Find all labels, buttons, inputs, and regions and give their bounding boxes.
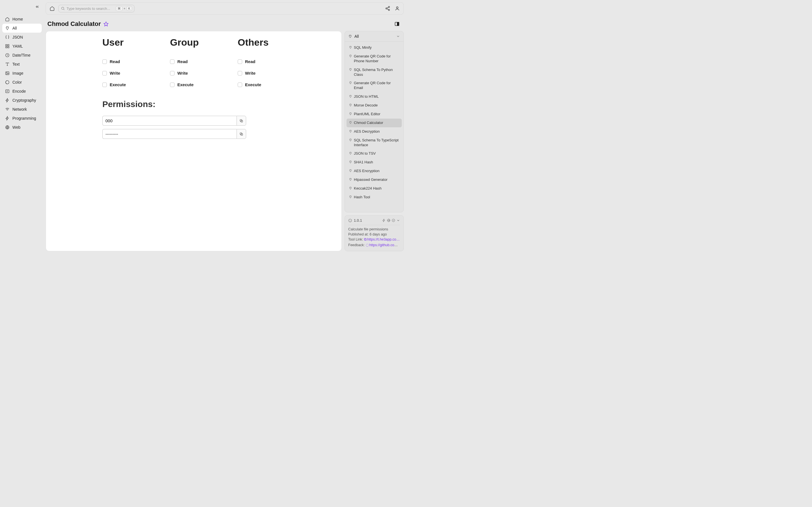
others-write-checkbox[interactable]: Write — [238, 71, 289, 75]
group-write-checkbox[interactable]: Write — [170, 71, 221, 75]
home-button[interactable] — [49, 5, 56, 12]
plug-icon — [349, 138, 352, 142]
svg-point-24 — [392, 219, 395, 222]
sidebar-item-text[interactable]: Text — [2, 60, 42, 69]
tool-item-label: Htpasswd Generator — [354, 177, 388, 182]
tool-item-label: JSON to TSV — [354, 151, 376, 156]
chevron-down-icon[interactable] — [396, 219, 400, 222]
copy-octal-button[interactable] — [237, 116, 246, 126]
bolt-icon — [5, 98, 10, 103]
tool-item-label: SQL Minify — [354, 45, 371, 50]
sidebar-item-label: Home — [12, 17, 23, 21]
topbar: ⌘ + K — [46, 2, 404, 15]
svg-rect-8 — [6, 90, 9, 93]
user-button[interactable] — [394, 5, 401, 12]
sidebar-item-color[interactable]: Color — [2, 78, 42, 87]
checkbox-icon — [238, 82, 242, 87]
octal-output[interactable] — [102, 116, 237, 126]
sidebar-item-json[interactable]: JSON — [2, 33, 42, 42]
tool-card: User Read Write Execute Group Read Write… — [46, 31, 342, 251]
sidebar-item-label: All — [12, 26, 17, 31]
link-icon: ◌ — [366, 243, 369, 247]
tool-item-label: SHA1 Hash — [354, 160, 373, 165]
favorite-button[interactable] — [103, 21, 109, 26]
sidebar-item-yaml[interactable]: YAML — [2, 42, 42, 51]
tool-item-label: PlantUML Editor — [354, 112, 380, 117]
plug-icon — [348, 34, 352, 38]
user-write-checkbox[interactable]: Write — [102, 71, 153, 75]
category-selector[interactable]: All — [345, 31, 403, 42]
feedback-link[interactable]: https://github.com/… — [369, 243, 400, 247]
tool-list-item[interactable]: JSON to HTML — [347, 93, 402, 101]
others-execute-checkbox[interactable]: Execute — [238, 82, 289, 87]
search-box[interactable]: ⌘ + K — [58, 5, 135, 12]
tool-list-item[interactable]: Generate QR Code for Phone Number — [347, 52, 402, 66]
svg-point-14 — [396, 7, 398, 8]
search-shortcut: ⌘ + K — [116, 6, 132, 11]
copy-symbolic-button[interactable] — [237, 129, 246, 139]
user-execute-checkbox[interactable]: Execute — [102, 82, 153, 87]
others-read-checkbox[interactable]: Read — [238, 59, 289, 64]
tool-list-item[interactable]: PlantUML Editor — [347, 110, 402, 119]
globe-icon — [387, 219, 391, 222]
tool-item-label: SQL Schema To Python Class — [354, 68, 400, 77]
plug-icon — [349, 103, 352, 107]
sidebar-item-image[interactable]: Image — [2, 69, 42, 78]
sidebar-item-label: Programming — [12, 116, 36, 121]
tool-list-item[interactable]: Htpasswd Generator — [347, 175, 402, 184]
group-execute-checkbox[interactable]: Execute — [170, 82, 221, 87]
plug-icon — [349, 112, 352, 115]
tool-list-item[interactable]: Morse Decode — [347, 101, 402, 110]
sidebar-item-datetime[interactable]: Date/Time — [2, 51, 42, 60]
checkbox-icon — [170, 59, 174, 64]
published-line: Published at: 6 days ago — [348, 232, 400, 236]
tool-link[interactable]: https://t.he3app.co… — [367, 237, 400, 241]
plug-icon — [349, 195, 352, 199]
tool-list-item[interactable]: SQL Schema To TypeScript Interface — [347, 136, 402, 150]
svg-rect-0 — [6, 45, 7, 46]
svg-rect-5 — [6, 72, 9, 75]
plug-icon — [349, 186, 352, 190]
tool-list[interactable]: SQL MinifyGenerate QR Code for Phone Num… — [345, 42, 403, 212]
plug-icon — [349, 46, 352, 49]
toggle-right-panel-button[interactable] — [394, 21, 400, 27]
svg-point-6 — [6, 72, 7, 73]
bolt-icon — [382, 219, 386, 222]
sidebar-item-web[interactable]: Web — [2, 123, 42, 132]
sidebar-item-programming[interactable]: Programming — [2, 114, 42, 123]
tool-list-item[interactable]: Hash Tool — [347, 193, 402, 202]
tool-list-item[interactable]: Chmod Calculator — [347, 119, 402, 127]
color-icon — [5, 80, 10, 84]
sidebar-item-home[interactable]: Home — [2, 15, 42, 24]
search-input[interactable] — [66, 6, 114, 11]
plug-icon — [349, 95, 352, 98]
tool-list-item[interactable]: SQL Schema To Python Class — [347, 66, 402, 79]
tool-list-item[interactable]: SQL Minify — [347, 43, 402, 52]
user-read-checkbox[interactable]: Read — [102, 59, 153, 64]
category-label: All — [354, 34, 359, 39]
tool-list-item[interactable]: Keccak224 Hash — [347, 184, 402, 193]
sidebar-item-encode[interactable]: Encode — [2, 87, 42, 96]
tool-item-label: Keccak224 Hash — [354, 186, 382, 191]
checkbox-icon — [102, 71, 107, 75]
others-column: Others Read Write Execute — [238, 37, 289, 94]
tool-list-panel: All SQL MinifyGenerate QR Code for Phone… — [345, 31, 404, 212]
tool-list-item[interactable]: AES Encryption — [347, 167, 402, 175]
clock-icon — [5, 53, 10, 57]
collapse-sidebar-button[interactable] — [35, 4, 40, 10]
tool-item-label: SQL Schema To TypeScript Interface — [354, 138, 400, 148]
sidebar-item-all[interactable]: All — [2, 24, 42, 33]
braces-icon — [5, 35, 10, 40]
sidebar-item-cryptography[interactable]: Cryptography — [2, 96, 42, 105]
tool-list-item[interactable]: Generate QR Code for Email — [347, 79, 402, 93]
tool-list-item[interactable]: SHA1 Hash — [347, 158, 402, 167]
symbolic-output[interactable] — [102, 129, 237, 139]
tool-list-item[interactable]: AES Decryption — [347, 127, 402, 136]
checkbox-icon — [238, 59, 242, 64]
svg-point-13 — [388, 9, 390, 11]
group-read-checkbox[interactable]: Read — [170, 59, 221, 64]
share-button[interactable] — [384, 5, 391, 12]
sidebar-item-network[interactable]: Network — [2, 105, 42, 114]
tool-list-item[interactable]: JSON to TSV — [347, 149, 402, 158]
checkbox-icon — [102, 82, 107, 87]
